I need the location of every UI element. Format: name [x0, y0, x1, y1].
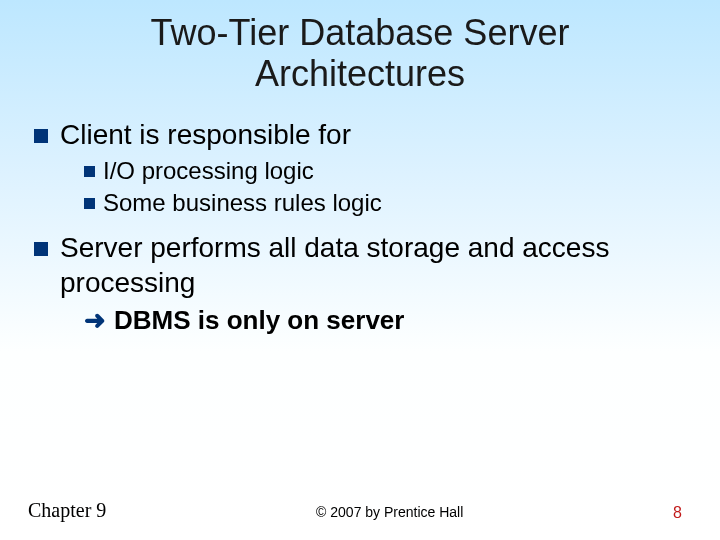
square-bullet-icon [84, 166, 95, 177]
bullet-level1: Server performs all data storage and acc… [34, 230, 692, 300]
bullet-text: Some business rules logic [103, 188, 382, 218]
slide-footer: Chapter 9 © 2007 by Prentice Hall 8 [0, 499, 720, 522]
square-bullet-icon [34, 242, 48, 256]
chapter-label: Chapter 9 [28, 499, 106, 522]
conclusion-line: ➜ DBMS is only on server [84, 304, 692, 337]
bullet-text: Client is responsible for [60, 117, 351, 152]
slide: Two-Tier Database Server Architectures C… [0, 0, 720, 540]
bullet-level2: Some business rules logic [84, 188, 692, 218]
bullet-level1: Client is responsible for [34, 117, 692, 152]
slide-title: Two-Tier Database Server Architectures [60, 12, 660, 95]
page-number: 8 [673, 504, 682, 522]
conclusion-text: DBMS is only on server [114, 304, 404, 337]
bullet-text: I/O processing logic [103, 156, 314, 186]
square-bullet-icon [84, 198, 95, 209]
arrow-right-icon: ➜ [84, 304, 106, 337]
bullet-level2: I/O processing logic [84, 156, 692, 186]
copyright-text: © 2007 by Prentice Hall [316, 504, 463, 520]
square-bullet-icon [34, 129, 48, 143]
bullet-text: Server performs all data storage and acc… [60, 230, 692, 300]
spacer [28, 220, 692, 230]
